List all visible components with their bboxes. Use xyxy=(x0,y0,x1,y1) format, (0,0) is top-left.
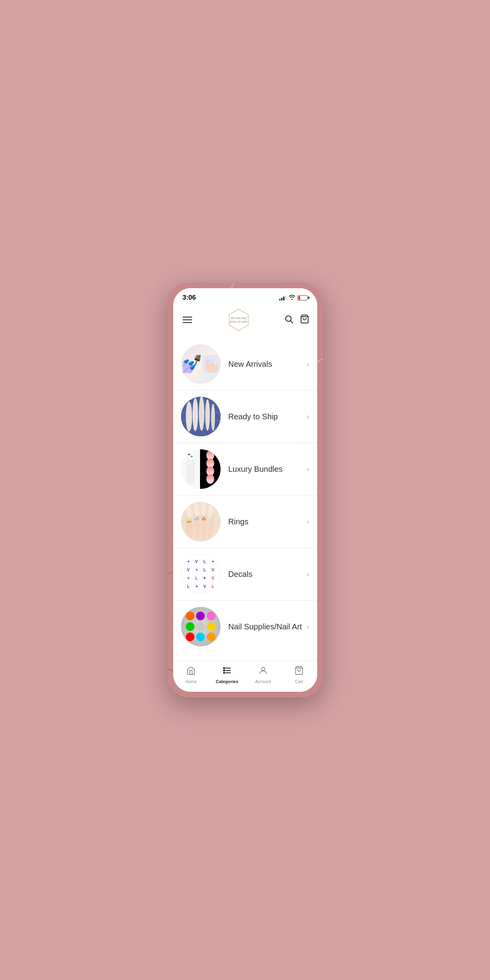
new-arrivals-image xyxy=(203,344,221,384)
status-time: 3:06 xyxy=(183,294,196,302)
wifi-icon xyxy=(289,295,295,301)
chevron-icon-rings: › xyxy=(307,518,309,526)
decals-pattern: ✦ V L ✦ V ✦ L V ✦ L ✦ V L ✦ V xyxy=(183,556,219,592)
nav-item-categories[interactable]: Categories xyxy=(215,666,239,684)
svg-rect-50 xyxy=(194,518,199,520)
svg-point-21 xyxy=(186,402,192,432)
svg-point-24 xyxy=(205,399,210,431)
nav-label-home: Home xyxy=(185,679,196,684)
svg-point-32 xyxy=(187,474,195,484)
category-thumb-new-arrivals xyxy=(181,344,221,384)
category-item-new-arrivals[interactable]: New Arrivals › xyxy=(173,338,317,390)
category-thumb-ready-to-ship xyxy=(181,397,221,436)
svg-marker-51 xyxy=(196,517,199,518)
category-item-luxury-bundles[interactable]: Luxury Bundles › xyxy=(173,443,317,496)
header: the nail shop press on nails xyxy=(173,305,317,338)
hamburger-menu[interactable] xyxy=(181,315,194,325)
category-label-nail-supplies: Nail Supplies/Nail Art xyxy=(221,622,304,631)
chevron-icon-nail-supplies: › xyxy=(307,623,309,631)
category-item-rings[interactable]: Rings › xyxy=(173,496,317,548)
phone-screen: 3:06 xyxy=(173,288,317,692)
svg-point-54 xyxy=(224,668,225,669)
nav-label-account: Account xyxy=(255,679,271,684)
svg-point-13 xyxy=(208,360,208,361)
svg-point-60 xyxy=(262,667,265,670)
category-thumb-luxury-bundles xyxy=(181,449,221,489)
bottom-navigation: Home Categories xyxy=(173,661,317,692)
signal-icon xyxy=(279,295,286,300)
phone-background: 3:06 xyxy=(168,283,323,697)
category-item-nail-supplies[interactable]: Nail Supplies/Nail Art › xyxy=(173,601,317,653)
svg-point-36 xyxy=(206,474,214,484)
svg-point-11 xyxy=(212,359,214,364)
nav-label-cart: Cart xyxy=(295,679,303,684)
ready-to-ship-image xyxy=(181,397,221,436)
status-bar: 3:06 xyxy=(173,288,317,305)
category-thumb-decals: ✦ V L ✦ V ✦ L V ✦ L ✦ V L ✦ V xyxy=(181,554,221,594)
logo: the nail shop press on nails xyxy=(227,308,251,332)
category-thumb-rings xyxy=(181,502,221,541)
nail-supplies-dots xyxy=(181,607,221,646)
category-label-ready-to-ship: Ready to Ship xyxy=(221,412,304,421)
category-label-new-arrivals: New Arrivals xyxy=(221,360,304,369)
category-item-ready-to-ship[interactable]: Ready to Ship › xyxy=(173,390,317,443)
category-thumb-nail-supplies xyxy=(181,607,221,646)
svg-point-38 xyxy=(188,454,190,455)
svg-point-53 xyxy=(202,516,205,519)
categories-icon xyxy=(222,666,232,678)
account-icon xyxy=(258,666,268,678)
category-label-rings: Rings xyxy=(221,517,304,526)
svg-point-23 xyxy=(199,397,204,431)
svg-point-22 xyxy=(193,398,198,431)
nav-item-home[interactable]: Home xyxy=(179,666,203,684)
svg-point-58 xyxy=(224,672,225,674)
rings-image xyxy=(181,502,221,541)
category-label-decals: Decals xyxy=(221,570,304,579)
chevron-icon-luxury-bundles: › xyxy=(307,465,309,473)
category-label-luxury-bundles: Luxury Bundles xyxy=(221,465,304,474)
svg-rect-49 xyxy=(187,521,191,523)
nav-item-cart[interactable]: Cart xyxy=(287,666,311,684)
status-icons xyxy=(279,295,308,301)
chevron-icon-decals: › xyxy=(307,570,309,578)
logo-hexagon: the nail shop press on nails xyxy=(227,308,251,332)
svg-point-25 xyxy=(211,404,215,431)
search-button[interactable] xyxy=(284,314,294,325)
cart-nav-icon xyxy=(294,666,304,678)
category-list: New Arrivals › xyxy=(173,338,317,661)
svg-point-37 xyxy=(187,451,195,460)
logo-text: the nail shop press on nails xyxy=(230,316,247,323)
nav-label-categories: Categories xyxy=(216,679,238,684)
luxury-bundles-image xyxy=(181,449,221,489)
chevron-icon-new-arrivals: › xyxy=(307,360,309,368)
home-icon xyxy=(186,666,196,678)
chevron-icon-ready-to-ship: › xyxy=(307,413,309,421)
cart-button[interactable] xyxy=(300,314,309,325)
svg-line-2 xyxy=(290,321,293,323)
category-item-decals[interactable]: ✦ V L ✦ V ✦ L V ✦ L ✦ V L ✦ V xyxy=(173,548,317,601)
header-action-icons xyxy=(284,314,309,325)
nav-item-account[interactable]: Account xyxy=(251,666,275,684)
battery-icon xyxy=(297,295,308,300)
svg-point-14 xyxy=(210,360,211,360)
svg-point-39 xyxy=(191,456,193,457)
svg-point-56 xyxy=(224,670,225,671)
